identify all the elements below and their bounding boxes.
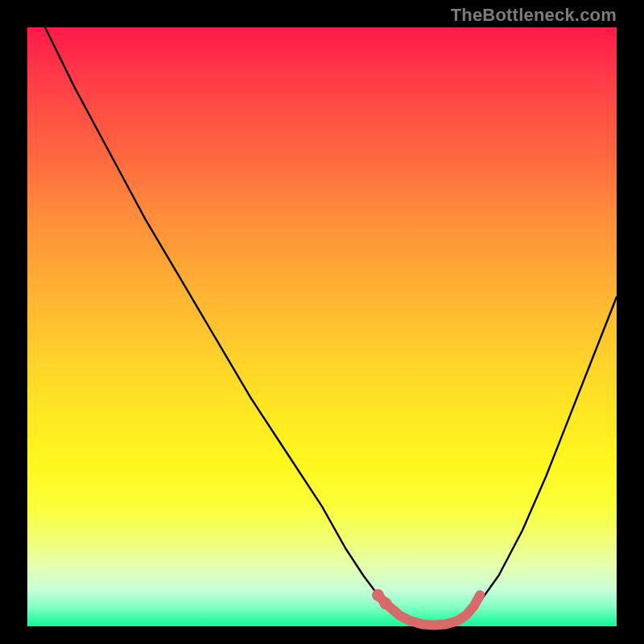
curve-layer: [27, 27, 617, 626]
plot-area: [27, 27, 617, 626]
chart-frame: TheBottleneck.com: [0, 0, 644, 644]
highlight-dot-2: [380, 597, 392, 609]
watermark-text: TheBottleneck.com: [451, 5, 617, 26]
highlight-segment: [378, 595, 481, 625]
bottleneck-curve: [45, 27, 617, 625]
